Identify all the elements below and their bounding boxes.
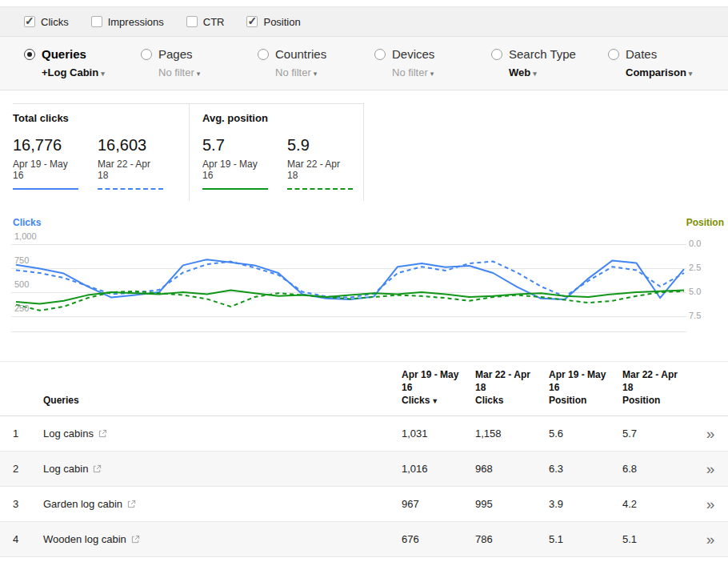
queries-table: Queries Apr 19 - May 16 Clicks▼ Mar 22 -… [0, 361, 728, 562]
countries-filter-dropdown[interactable]: No filter▾ [275, 66, 326, 78]
expand-row-icon[interactable]: » [706, 531, 715, 548]
clicks-previous-cell: 786 [469, 521, 542, 556]
clicks-current-cell: 604 [395, 556, 469, 562]
chevron-down-icon: ▾ [101, 70, 105, 78]
query-link[interactable]: Garden log cabin [43, 498, 122, 510]
column-header-clicks-previous[interactable]: Mar 22 - Apr 18 Clicks [469, 362, 542, 416]
sort-desc-icon: ▼ [431, 397, 438, 405]
right-axis-tick: 7.5 [689, 311, 701, 320]
clicks-previous-cell: 968 [469, 451, 542, 486]
position-current-cell: 5.8 [542, 556, 616, 562]
summary-title: Total clicks [13, 112, 176, 124]
date-range-label: Mar 22 - Apr 18 [98, 159, 163, 181]
chart-axis-titles: Clicks Position [13, 217, 724, 228]
query-link[interactable]: Log cabins [43, 428, 94, 440]
tab-label: Dates [626, 47, 692, 61]
clicks-current-cell: 1,031 [395, 415, 469, 451]
tab-label: Pages [158, 47, 200, 61]
row-rank: 1 [0, 415, 37, 451]
metric-value: 5.9 [287, 136, 353, 155]
radio-icon[interactable] [491, 49, 502, 60]
row-rank: 2 [0, 451, 37, 486]
column-header-position-previous[interactable]: Mar 22 - Apr 18 Position [616, 362, 693, 416]
metric-value: 16,776 [13, 136, 78, 155]
dates-dropdown[interactable]: Comparison▾ [626, 66, 692, 78]
tab-pages[interactable]: Pages No filter▾ [141, 47, 258, 78]
table-header-row: Queries Apr 19 - May 16 Clicks▼ Mar 22 -… [0, 362, 728, 416]
expand-row-icon[interactable]: » [706, 460, 715, 477]
metric-toggle-position[interactable]: ✓ Position [246, 16, 300, 28]
tab-dates[interactable]: Dates Comparison▾ [608, 47, 725, 78]
tab-queries[interactable]: Queries +Log Cabin▾ [24, 47, 141, 78]
external-link-icon[interactable] [127, 500, 136, 508]
chevron-down-icon: ▾ [314, 70, 318, 78]
chevron-down-icon: ▾ [689, 70, 693, 78]
pages-filter-dropdown[interactable]: No filter▾ [158, 66, 200, 78]
check-icon: ✓ [25, 14, 34, 27]
radio-icon[interactable] [24, 49, 35, 60]
checkbox-icon[interactable]: ✓ [246, 16, 258, 27]
metric-toggle-ctr[interactable]: ✓ CTR [186, 16, 225, 28]
column-header-queries[interactable]: Queries [37, 362, 395, 416]
right-axis-title: Position [686, 217, 724, 228]
chevron-down-icon: ▾ [533, 70, 537, 78]
tab-search-type[interactable]: Search Type Web▾ [491, 47, 608, 78]
left-axis-title: Clicks [13, 217, 41, 228]
query-link[interactable]: Wooden log cabin [43, 533, 126, 545]
position-previous-cell: 5.1 [616, 521, 693, 556]
metric-toggle-clicks[interactable]: ✓ Clicks [24, 16, 69, 28]
search-analytics-page: ✓ Clicks ✓ Impressions ✓ CTR ✓ Position … [0, 0, 728, 562]
row-rank: 3 [0, 486, 37, 521]
position-current-cell: 5.6 [542, 415, 616, 451]
metric-label: Clicks [41, 16, 69, 28]
query-link[interactable]: Log cabin [43, 463, 88, 475]
devices-filter-dropdown[interactable]: No filter▾ [392, 66, 434, 78]
column-header-clicks-current[interactable]: Apr 19 - May 16 Clicks▼ [395, 362, 469, 416]
tab-devices[interactable]: Devices No filter▾ [374, 47, 491, 78]
external-link-icon[interactable] [93, 464, 102, 473]
left-axis-tick: 250 [14, 303, 29, 313]
avg-position-summary: Avg. position 5.7 Apr 19 - May 16 5.9 Ma… [190, 104, 364, 201]
clicks-previous-cell: 600 [469, 556, 542, 562]
right-axis-tick: 5.0 [689, 287, 701, 296]
left-axis-tick: 1,000 [14, 231, 37, 241]
avg-position-current-period: 5.7 Apr 19 - May 16 [202, 136, 268, 190]
total-clicks-current-period: 16,776 Apr 19 - May 16 [13, 136, 78, 190]
search-type-dropdown[interactable]: Web▾ [509, 66, 576, 78]
dashed-line-swatch [98, 188, 163, 190]
table-row: 2 Log cabin 1,016 968 6.3 6.8 » [0, 451, 728, 486]
metrics-toggle-bar: ✓ Clicks ✓ Impressions ✓ CTR ✓ Position [0, 6, 728, 37]
clicks-current-cell: 967 [395, 486, 469, 521]
row-rank: 4 [0, 521, 37, 556]
external-link-icon[interactable] [98, 429, 107, 438]
metric-value: 5.7 [202, 136, 268, 155]
chevron-down-icon: ▾ [197, 70, 201, 78]
radio-icon[interactable] [608, 49, 619, 60]
radio-icon[interactable] [374, 49, 386, 60]
tab-label: Countries [275, 47, 326, 61]
checkbox-icon[interactable]: ✓ [24, 16, 35, 27]
expand-row-icon[interactable]: » [706, 496, 715, 512]
chart-canvas[interactable] [0, 230, 728, 342]
solid-line-swatch [202, 188, 268, 190]
external-link-icon[interactable] [131, 535, 140, 544]
clicks-current-cell: 676 [395, 521, 469, 556]
right-axis-tick: 2.5 [689, 263, 701, 272]
radio-icon[interactable] [141, 49, 152, 60]
table-row: 3 Garden log cabin 967 995 3.9 4.2 » [0, 486, 728, 521]
table-row: 5 Log cabin workshop 604 600 5.8 5.6 » [0, 556, 728, 562]
expand-row-icon[interactable]: » [706, 425, 715, 442]
clicks-previous-cell: 995 [469, 486, 542, 521]
metric-toggle-impressions[interactable]: ✓ Impressions [91, 16, 164, 28]
tab-countries[interactable]: Countries No filter▾ [258, 47, 374, 78]
checkbox-icon[interactable]: ✓ [91, 16, 102, 27]
checkbox-icon[interactable]: ✓ [186, 16, 198, 27]
table-row: 1 Log cabins 1,031 1,158 5.6 5.7 » [0, 415, 728, 451]
metric-value: 16,603 [98, 136, 163, 155]
analytics-line-chart[interactable]: 1,000 750 500 250 0.0 2.5 5.0 7.5 [0, 230, 728, 342]
radio-icon[interactable] [258, 49, 269, 60]
queries-filter-dropdown[interactable]: +Log Cabin▾ [42, 66, 105, 78]
dashed-line-swatch [287, 188, 353, 190]
column-header-position-current[interactable]: Apr 19 - May 16 Position [542, 362, 616, 416]
position-previous-cell: 6.8 [616, 451, 693, 486]
